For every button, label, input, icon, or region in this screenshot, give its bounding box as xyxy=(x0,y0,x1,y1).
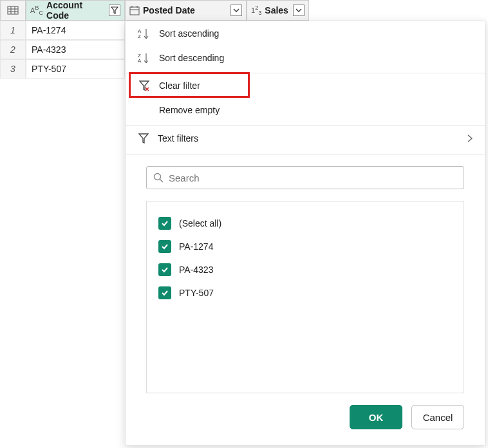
checkbox-checked-icon[interactable] xyxy=(158,263,171,276)
text-type-icon: ABC xyxy=(30,5,43,16)
search-box[interactable] xyxy=(146,166,464,189)
svg-point-17 xyxy=(155,174,161,180)
filter-dropdown-button[interactable] xyxy=(293,5,305,16)
button-label: OK xyxy=(369,412,384,423)
filter-value-list: (Select all)PA-1274PA-4323PTY-507 xyxy=(146,201,464,393)
filter-dropdown-button[interactable] xyxy=(109,5,120,16)
menu-label: Remove empty xyxy=(159,105,220,115)
cancel-button[interactable]: Cancel xyxy=(411,405,464,429)
row-number: 1 xyxy=(0,21,26,40)
filter-item-label: PA-4323 xyxy=(179,265,213,275)
calendar-icon xyxy=(129,5,140,15)
filter-checkbox-item[interactable]: (Select all) xyxy=(158,212,452,235)
filter-dropdown-button[interactable] xyxy=(230,5,242,16)
menu-label: Sort descending xyxy=(159,53,224,63)
svg-rect-5 xyxy=(130,7,139,15)
search-icon xyxy=(153,173,164,183)
row-number: 3 xyxy=(0,59,26,79)
text-filters-item[interactable]: Text filters xyxy=(126,126,485,151)
button-label: Cancel xyxy=(423,412,453,423)
column-label: Sales xyxy=(265,5,288,15)
filter-dropdown-panel: AZ Sort ascending ZA Sort descending Cle… xyxy=(125,21,485,445)
filter-item-label: PTY-507 xyxy=(179,288,214,298)
remove-empty-item[interactable]: Remove empty xyxy=(126,98,485,122)
table-header: ABC Account Code Posted Date 123 Sales xyxy=(0,0,488,21)
select-all-corner[interactable] xyxy=(0,0,26,21)
menu-label: Text filters xyxy=(158,133,198,144)
funnel-clear-icon xyxy=(137,79,151,92)
search-input[interactable] xyxy=(169,173,457,183)
svg-text:Z: Z xyxy=(138,33,141,39)
column-header-posted-date[interactable]: Posted Date xyxy=(125,0,247,21)
column-header-sales[interactable]: 123 Sales xyxy=(247,0,309,21)
sort-asc-icon: AZ xyxy=(137,28,151,39)
dialog-buttons: OK Cancel xyxy=(126,393,485,445)
checkbox-checked-icon[interactable] xyxy=(158,240,171,253)
menu-label: Sort ascending xyxy=(159,28,219,39)
funnel-active-icon xyxy=(111,6,118,14)
sort-desc-icon: ZA xyxy=(137,52,151,64)
filter-checkbox-item[interactable]: PA-4323 xyxy=(158,258,452,281)
ok-button[interactable]: OK xyxy=(350,405,402,429)
filter-item-label: (Select all) xyxy=(179,218,221,229)
filter-checkbox-item[interactable]: PTY-507 xyxy=(158,281,452,304)
sort-descending-item[interactable]: ZA Sort descending xyxy=(126,46,485,70)
cell-account-code[interactable]: PA-4323 xyxy=(26,40,125,59)
sort-ascending-item[interactable]: AZ Sort ascending xyxy=(126,21,485,46)
checkbox-checked-icon[interactable] xyxy=(158,217,171,230)
svg-rect-0 xyxy=(8,6,18,14)
column-label: Posted Date xyxy=(143,5,195,15)
column-label: Account Code xyxy=(46,0,106,21)
row-number: 2 xyxy=(0,40,26,59)
filter-checkbox-item[interactable]: PA-1274 xyxy=(158,235,452,258)
filter-item-label: PA-1274 xyxy=(179,241,213,252)
number-type-icon: 123 xyxy=(251,5,261,16)
svg-line-18 xyxy=(160,180,164,183)
cell-account-code[interactable]: PA-1274 xyxy=(26,21,125,40)
chevron-down-icon xyxy=(233,8,239,12)
chevron-right-icon xyxy=(467,134,473,143)
chevron-down-icon xyxy=(296,8,302,12)
menu-label: Clear filter xyxy=(159,80,200,91)
column-header-account-code[interactable]: ABC Account Code xyxy=(26,0,125,21)
checkbox-checked-icon[interactable] xyxy=(158,286,171,299)
funnel-icon xyxy=(137,132,150,145)
cell-account-code[interactable]: PTY-507 xyxy=(26,59,125,79)
clear-filter-item[interactable]: Clear filter xyxy=(126,73,485,98)
table-icon xyxy=(7,6,19,15)
svg-text:A: A xyxy=(138,58,142,64)
